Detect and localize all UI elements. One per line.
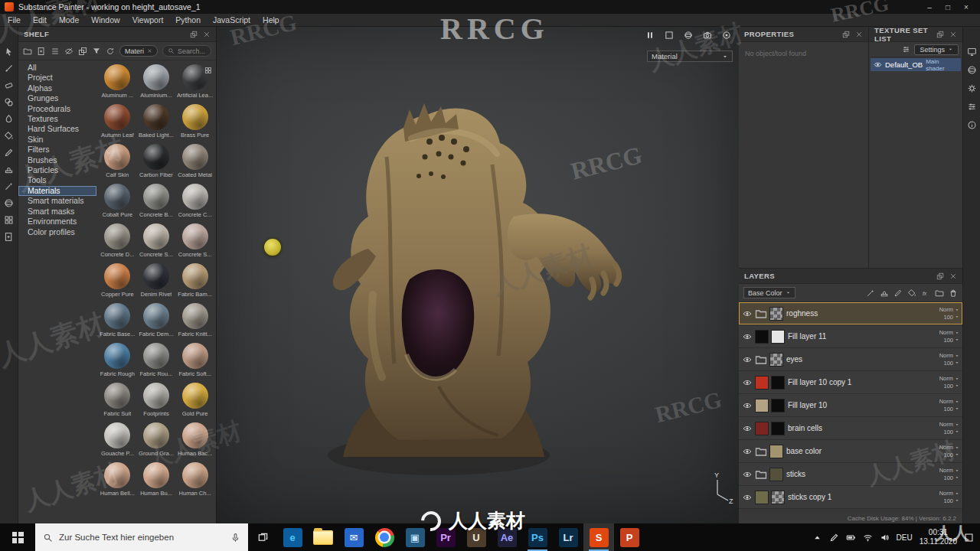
shelf-category-hard-surfaces[interactable]: Hard Surfaces bbox=[18, 124, 96, 134]
layer-blend-mode[interactable]: Norm bbox=[939, 445, 959, 451]
material-item[interactable]: Human Bu... bbox=[137, 462, 176, 501]
close-button[interactable]: × bbox=[957, 3, 975, 11]
fileplus-icon[interactable] bbox=[37, 47, 46, 56]
eye-icon[interactable] bbox=[743, 401, 752, 410]
material-item[interactable]: Denim Rivet bbox=[137, 263, 176, 302]
shelf-category-tools[interactable]: Tools bbox=[18, 175, 96, 185]
display-icon[interactable] bbox=[967, 47, 977, 57]
layer-opacity[interactable]: 100 bbox=[943, 315, 959, 321]
layer-opacity[interactable]: 100 bbox=[943, 360, 959, 367]
dock-panel-icon[interactable] bbox=[842, 31, 850, 38]
hidden-icons-chevron-icon[interactable] bbox=[812, 533, 822, 543]
menu-edit[interactable]: Edit bbox=[27, 15, 53, 24]
close-panel-icon[interactable] bbox=[949, 272, 957, 280]
material-item[interactable]: Fabric Dem... bbox=[137, 303, 176, 342]
material-item[interactable]: Human Bac... bbox=[175, 422, 214, 461]
viewport-3d[interactable]: Material Y Z bbox=[217, 27, 739, 523]
iris-icon[interactable] bbox=[722, 31, 731, 40]
material-item[interactable]: Gold Pure bbox=[175, 383, 214, 422]
material-item[interactable]: Concrete C... bbox=[175, 184, 214, 223]
material-item[interactable]: Aluminum ... bbox=[98, 64, 137, 103]
language-indicator[interactable]: DEU bbox=[897, 533, 913, 542]
shelf-category-smart-masks[interactable]: Smart masks bbox=[18, 207, 96, 217]
material-item[interactable]: Brass Pure bbox=[175, 104, 214, 143]
eye-icon[interactable] bbox=[743, 355, 752, 364]
folder-icon[interactable] bbox=[23, 47, 32, 56]
sphere-icon[interactable] bbox=[4, 198, 14, 208]
taskbar-app-photos[interactable]: ▣ bbox=[400, 523, 430, 551]
sphere-icon[interactable] bbox=[684, 31, 693, 40]
material-item[interactable]: Baked Light... bbox=[137, 104, 176, 143]
layer-opacity[interactable]: 100 bbox=[943, 406, 959, 412]
grid-icon[interactable] bbox=[4, 215, 14, 225]
shelf-category-brushes[interactable]: Brushes bbox=[18, 155, 96, 165]
sliders-icon[interactable] bbox=[902, 45, 910, 54]
sphere-icon[interactable] bbox=[967, 65, 977, 75]
eraser-icon[interactable] bbox=[4, 80, 14, 90]
dock-panel-icon[interactable] bbox=[190, 31, 198, 38]
taskbar-search-input[interactable]: Zur Suche Text hier eingeben bbox=[35, 523, 248, 551]
pencil-icon[interactable] bbox=[893, 289, 903, 298]
shelf-category-skin[interactable]: Skin bbox=[18, 135, 96, 145]
shelf-category-all[interactable]: All bbox=[18, 63, 96, 73]
taskbar-app-mail[interactable]: ✉ bbox=[338, 523, 369, 551]
layer-opacity[interactable]: 100 bbox=[943, 475, 959, 481]
sliders-icon[interactable] bbox=[967, 102, 977, 112]
layer-row[interactable]: base colorNorm100 bbox=[739, 440, 962, 463]
taskbar-app-substance-painter[interactable]: S bbox=[583, 523, 614, 551]
layer-blend-mode[interactable]: Norm bbox=[939, 491, 959, 497]
material-item[interactable]: Aluminium... bbox=[137, 64, 176, 103]
battery-icon[interactable] bbox=[846, 533, 856, 543]
menu-window[interactable]: Window bbox=[85, 15, 126, 24]
texture-set-item[interactable]: Default_OB Main shader bbox=[871, 58, 961, 71]
layer-blend-mode[interactable]: Norm bbox=[939, 330, 959, 336]
shelf-category-textures[interactable]: Textures bbox=[18, 114, 96, 124]
eye-icon[interactable] bbox=[743, 493, 752, 502]
wand-icon[interactable] bbox=[866, 289, 875, 298]
pause-icon[interactable] bbox=[645, 31, 655, 40]
material-item[interactable]: Gouache P... bbox=[98, 422, 137, 461]
menu-help[interactable]: Help bbox=[256, 15, 286, 24]
material-item[interactable]: Concrete S... bbox=[137, 223, 176, 262]
shelf-category-alphas[interactable]: Alphas bbox=[18, 83, 96, 93]
task-view-button[interactable] bbox=[248, 523, 277, 551]
fileplus-icon[interactable] bbox=[4, 232, 14, 242]
menu-mode[interactable]: Mode bbox=[53, 15, 85, 24]
funnel-icon[interactable] bbox=[92, 47, 101, 56]
maximize-button[interactable]: □ bbox=[939, 3, 957, 11]
close-panel-icon[interactable] bbox=[203, 31, 211, 38]
shelf-category-filters[interactable]: Filters bbox=[18, 145, 96, 155]
eye-icon[interactable] bbox=[743, 424, 752, 433]
speaker-icon[interactable] bbox=[880, 533, 890, 543]
shelf-category-materials[interactable]: Materials bbox=[18, 186, 96, 196]
layer-blend-mode[interactable]: Norm bbox=[939, 468, 959, 474]
material-item[interactable]: Human Bell... bbox=[98, 462, 137, 501]
material-item[interactable]: Footprints bbox=[137, 383, 176, 422]
bucket-icon[interactable] bbox=[4, 131, 14, 141]
eye-icon[interactable] bbox=[743, 447, 752, 456]
layer-row[interactable]: Fill layer 10 copy 1Norm100 bbox=[739, 371, 962, 394]
layer-row[interactable]: sticks copy 1Norm100 bbox=[739, 486, 962, 509]
eye-icon[interactable] bbox=[743, 309, 752, 318]
stamp-icon[interactable] bbox=[4, 165, 14, 174]
viewport-shading-dropdown[interactable]: Material bbox=[647, 51, 733, 62]
material-item[interactable]: Fabric Suit bbox=[98, 383, 137, 422]
material-item[interactable]: Coated Metal bbox=[175, 144, 214, 183]
fx-icon[interactable] bbox=[921, 289, 930, 298]
material-item[interactable]: Concrete D... bbox=[98, 223, 137, 262]
material-item[interactable]: Human Ch... bbox=[175, 462, 214, 501]
shelf-category-color-profiles[interactable]: Color profiles bbox=[18, 227, 96, 237]
start-button[interactable] bbox=[0, 523, 35, 551]
material-item[interactable]: Carbon Fiber bbox=[137, 144, 176, 183]
material-item[interactable]: Copper Pure bbox=[98, 263, 137, 302]
material-item[interactable]: Calf Skin bbox=[98, 144, 137, 183]
refresh-icon[interactable] bbox=[106, 47, 115, 56]
layer-opacity[interactable]: 100 bbox=[943, 452, 959, 458]
layer-row[interactable]: eyesNorm100 bbox=[739, 348, 962, 371]
shelf-category-grunges[interactable]: Grunges bbox=[18, 93, 96, 103]
close-panel-icon[interactable] bbox=[855, 31, 863, 38]
action-center-icon[interactable] bbox=[964, 533, 974, 543]
taskbar-app-file-explorer[interactable] bbox=[308, 523, 338, 551]
shelf-category-particles[interactable]: Particles bbox=[18, 165, 96, 175]
layer-row[interactable]: roghnessNorm100 bbox=[739, 302, 962, 325]
